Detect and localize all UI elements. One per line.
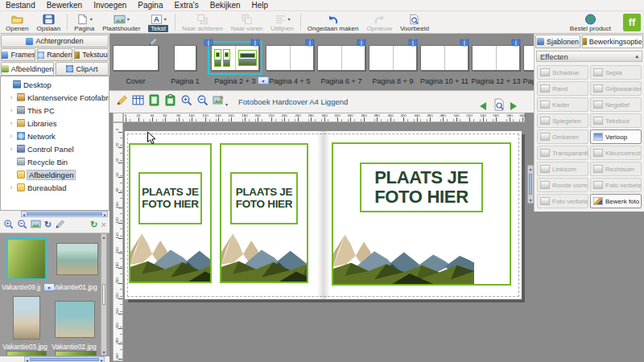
tree-item-bureaublad[interactable]: ›Bureaublad	[1, 181, 109, 194]
menu-extra-s[interactable]: Extra's	[168, 0, 204, 11]
tree-item-libraries[interactable]: ›Libraries	[1, 117, 109, 130]
photo-thumbnail-vakantie01-jpg[interactable]	[56, 243, 98, 275]
tab-achtergronden[interactable]: Achtergronden	[1, 35, 109, 47]
tab-sjablonen[interactable]: Sjablonen	[535, 35, 580, 48]
autofill-wizard-icon[interactable]: ▾	[213, 94, 228, 109]
opnieuw-button[interactable]: Opnieuw	[362, 11, 396, 33]
rename-button[interactable]	[55, 218, 65, 232]
chevron-down-icon[interactable]: ▾	[90, 16, 93, 22]
expand-arrow-icon[interactable]: ›	[8, 106, 14, 114]
scroll-right-icon[interactable]: ▸	[101, 357, 103, 362]
tree-item-this-pc[interactable]: ›This PC	[1, 104, 109, 117]
naar-voren-button[interactable]: Naar voren	[227, 11, 267, 33]
tree-item-desktop[interactable]: Desktop	[1, 78, 109, 91]
photo-placeholder-right[interactable]: PLAATS JE FOTO HIER	[332, 142, 511, 286]
scrollbar-thumb[interactable]	[102, 284, 105, 305]
photo-thumbnail-vakantie03-jpg[interactable]	[13, 296, 40, 339]
effect-spiegelen-button[interactable]: Spiegelen	[537, 113, 588, 128]
menu-bekijken[interactable]: Bekijken	[204, 0, 246, 11]
refresh-button[interactable]: ↻	[90, 220, 97, 229]
effect-bewerk-foto-button[interactable]: Bewerk foto	[590, 194, 642, 208]
page-thumbnail-pagina-1[interactable]	[174, 45, 196, 71]
menu-bestand[interactable]: Bestand	[0, 0, 41, 11]
photos-vertical-scrollbar[interactable]: ▴▾	[101, 233, 107, 356]
chevron-down-icon[interactable]: ▾	[164, 16, 167, 22]
tree-item-network[interactable]: ›Network	[1, 130, 109, 142]
page-thumbnail-pagina-12-13[interactable]	[472, 45, 520, 71]
photos-horizontal-scrollbar[interactable]: ◂▸	[24, 356, 105, 362]
tab-clipart[interactable]: ClipArt	[56, 62, 109, 76]
effect-tekstuur-button[interactable]: Tekstuur	[590, 113, 642, 128]
ongedaan-maken-button[interactable]: Ongedaan maken	[303, 11, 363, 33]
expand-arrow-icon[interactable]: ›	[8, 145, 14, 153]
scroll-left-icon[interactable]: ◂	[26, 357, 28, 362]
chevron-down-icon[interactable]: ▾	[225, 102, 228, 107]
tree-horizontal-scrollbar[interactable]: ◂▸	[21, 211, 108, 217]
uitlijnen-button[interactable]: ▾Uitlijnen	[266, 11, 297, 33]
book-view-icon[interactable]	[148, 94, 160, 109]
effects-section-header[interactable]: Effecten▴	[536, 51, 642, 62]
naar-achteren-button[interactable]: Naar achteren	[178, 11, 227, 33]
previous-spread-button[interactable]	[480, 102, 486, 110]
effect-sepia-button[interactable]: Sepia	[590, 65, 642, 80]
scroll-right-icon[interactable]: ▸	[104, 212, 106, 217]
scrollbar-thumb[interactable]	[27, 212, 102, 216]
plaatshouder-button[interactable]: ▾Plaatshouder	[98, 11, 144, 33]
tab-tekstuur[interactable]: Tekstuur	[74, 48, 109, 61]
effect-transparantie-button[interactable]: Transparantie	[537, 146, 588, 160]
pagina-button[interactable]: ▾Pagina	[70, 11, 98, 33]
scroll-left-icon[interactable]: ◂	[23, 212, 25, 217]
next-spread-button[interactable]	[510, 102, 517, 110]
effect-verloop-button[interactable]: Verloop	[590, 130, 642, 144]
tree-item-recycle-bin[interactable]: Recycle Bin	[1, 155, 109, 168]
page-thumbnail-pagina-10-11[interactable]	[420, 45, 469, 71]
tree-item-afbeeldingen[interactable]: Afbeeldingen	[1, 168, 109, 181]
scroll-down-icon[interactable]: ▾	[102, 349, 105, 355]
zoom-in-button[interactable]	[3, 218, 14, 232]
page-thumbnail-pagina-4-5[interactable]	[266, 45, 314, 71]
rotate-button[interactable]: ↻	[44, 220, 52, 229]
scroll-up-icon[interactable]: ▴	[102, 234, 105, 240]
photo-placeholder-left-2[interactable]: PLAATS JE FOTO HIER	[220, 143, 308, 283]
scroll-down-icon[interactable]: ▾	[529, 197, 531, 203]
effect-foto-verbeteren-button[interactable]: Foto verbeteren	[537, 194, 588, 208]
effect-rechtsom-button[interactable]: Rechtsom	[590, 162, 642, 176]
photo-thumbnail-partial[interactable]	[6, 351, 47, 356]
spread-preview-button[interactable]	[493, 98, 505, 114]
menu-help[interactable]: Help	[246, 0, 275, 11]
effect-omkeren-button[interactable]: Omkeren	[537, 130, 588, 144]
bestel-product-button[interactable]: Bestel product	[566, 12, 615, 32]
album-overview-icon[interactable]	[164, 94, 176, 109]
opslaan-button[interactable]: Opslaan	[32, 11, 64, 33]
effect-kleurcorrectie-button[interactable]: Kleurcorrectie	[590, 146, 642, 160]
effect-linksom-button[interactable]: Linksom	[537, 162, 588, 176]
tab-bewerkingsopties[interactable]: Bewerkingsopties	[582, 35, 643, 48]
voorbeeld-button[interactable]: Voorbeeld	[396, 11, 433, 33]
chevron-down-icon[interactable]: ▾	[288, 16, 291, 22]
effect-rand-button[interactable]: Rand	[537, 81, 588, 96]
menu-bewerken[interactable]: Bewerken	[41, 0, 88, 11]
expand-arrow-icon[interactable]: ›	[8, 93, 14, 101]
effect-schaduw-button[interactable]: Schaduw	[537, 65, 588, 80]
page-thumbnail-pagina-2-3[interactable]	[211, 45, 259, 71]
page-spread[interactable]: PLAATS JE FOTO HIER PLAATS JE FOTO HIER …	[125, 131, 522, 299]
photo-thumbnail-partial[interactable]	[55, 351, 97, 356]
zoom-out-icon[interactable]	[196, 94, 208, 109]
scrollbar-thumb[interactable]	[30, 358, 99, 361]
canvas-vertical-scrollbar[interactable]: ▴▾	[527, 165, 534, 204]
delete-button[interactable]: ×	[101, 220, 106, 229]
effect-negatief-button[interactable]: Negatief	[590, 97, 642, 112]
page-thumbnail-cover[interactable]	[113, 45, 159, 71]
photo-thumbnail-vakantie09-jpg[interactable]	[6, 238, 47, 280]
scrollbar-thumb[interactable]	[529, 174, 532, 195]
expand-arrow-icon[interactable]: ›	[8, 132, 14, 140]
menu-pagina[interactable]: Pagina	[132, 0, 168, 11]
expand-arrow-icon[interactable]: ›	[8, 119, 14, 127]
tab-randen[interactable]: Randen	[37, 48, 72, 61]
effect-foto-verbeteren-button[interactable]: Foto verbeteren	[590, 178, 642, 192]
page-thumbnail-pagina-6-7[interactable]	[317, 45, 365, 71]
page-thumbnail-pagina-8-9[interactable]	[369, 45, 417, 71]
expand-arrow-icon[interactable]: ›	[8, 183, 14, 191]
scroll-up-icon[interactable]: ▴	[529, 166, 531, 171]
photo-thumbnail-vakantie02-jpg[interactable]	[55, 301, 95, 338]
